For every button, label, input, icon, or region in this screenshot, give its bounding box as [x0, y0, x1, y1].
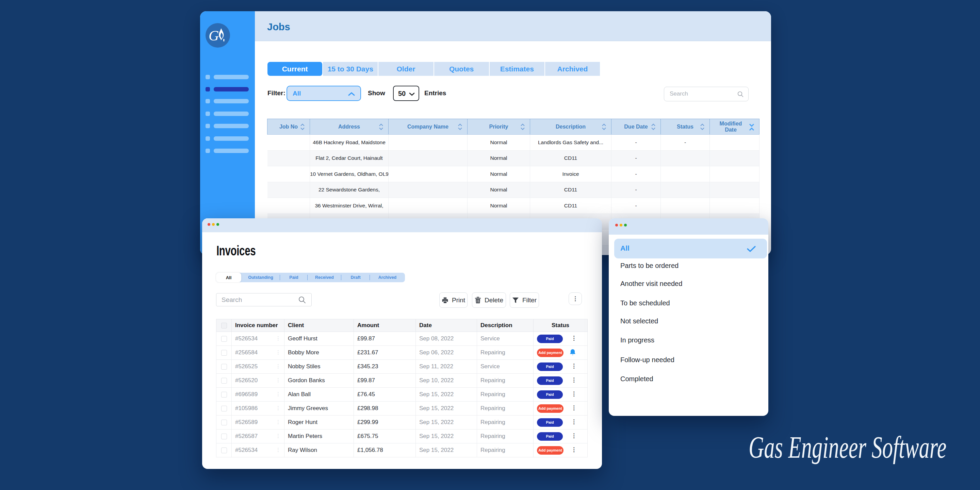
svg-text:G: G: [208, 28, 219, 43]
